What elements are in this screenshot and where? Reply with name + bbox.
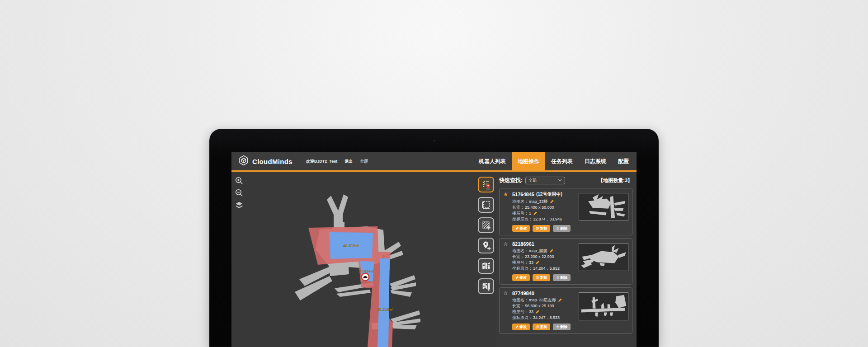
map-thumbnail[interactable] xyxy=(579,193,628,221)
laptop-bezel: CloudMinds 欢迎BJDT2_Test 退出 全屏 机器人列表 地图操作… xyxy=(209,129,659,347)
layers-button[interactable] xyxy=(235,201,244,210)
field-map-name: 地图名： map_33层走廊 xyxy=(512,297,585,303)
map-controls xyxy=(235,176,244,213)
trash-icon xyxy=(556,276,559,279)
map-toolbar xyxy=(476,172,496,347)
tab-log-system[interactable]: 日志系统 xyxy=(579,152,612,170)
field-size: 长宽： 25.400 x 50.000 xyxy=(512,205,585,211)
star-icon[interactable]: ★ xyxy=(503,192,510,197)
tab-task-list[interactable]: 任务列表 xyxy=(545,152,579,170)
map-upload-tool-button[interactable] xyxy=(478,278,494,294)
app-screen: CloudMinds 欢迎BJDT2_Test 退出 全屏 机器人列表 地图操作… xyxy=(231,152,637,347)
brand: CloudMinds xyxy=(238,155,292,168)
floor-map-canvas[interactable]: 40.519㎡ 8.614㎡ 80.215㎡ xyxy=(231,172,476,347)
top-navbar: CloudMinds 欢迎BJDT2_Test 退出 全屏 机器人列表 地图操作… xyxy=(231,152,637,172)
edit-name-icon[interactable] xyxy=(550,200,554,204)
delete-map-button[interactable]: 删除 xyxy=(553,274,571,281)
delete-map-button[interactable]: 删除 xyxy=(553,324,571,330)
add-point-tool-button[interactable] xyxy=(478,238,494,253)
no-entry-marker[interactable] xyxy=(362,273,369,281)
map-count-label: 【地图数量:3】 xyxy=(598,177,632,184)
zoom-out-button[interactable] xyxy=(235,188,244,197)
filter-dropdown[interactable]: 全部 xyxy=(525,177,565,184)
map-thumbnail[interactable] xyxy=(579,292,628,320)
edit-map-button[interactable]: 修改 xyxy=(512,225,530,232)
edit-map-button[interactable]: 修改 xyxy=(512,324,530,330)
field-floor: 楼层号： 33 xyxy=(512,260,585,266)
map-id: 87749840 xyxy=(512,291,534,296)
chevron-down-icon xyxy=(558,179,562,182)
field-floor: 楼层号： 33 xyxy=(512,309,585,315)
trash-icon xyxy=(556,227,559,230)
copy-map-button[interactable]: 复制 xyxy=(533,324,550,330)
star-icon[interactable]: ☆ xyxy=(503,291,510,296)
map-thumbnail-image xyxy=(579,193,628,220)
quick-search-label: 快速查找: xyxy=(499,177,523,184)
map-thumbnail[interactable] xyxy=(579,243,628,271)
field-origin: 坐标原点： 34.247，8.533 xyxy=(512,315,585,321)
poi-checklist-tool-button[interactable] xyxy=(478,177,494,192)
map-marker-tool-button[interactable] xyxy=(478,258,494,274)
tab-config[interactable]: 配置 xyxy=(612,152,635,170)
map-id: 82186961 xyxy=(512,241,534,247)
panel-header: 快速查找: 全部 【地图数量:3】 xyxy=(499,175,632,185)
map-id: 51764845 xyxy=(512,192,534,197)
copy-icon xyxy=(536,227,539,230)
delete-map-button[interactable]: 删除 xyxy=(553,225,571,232)
add-zone-tool-button[interactable] xyxy=(478,217,494,233)
trash-icon xyxy=(556,325,559,328)
area-label-2: 8.614㎡ xyxy=(360,269,375,273)
map-thumbnail-image xyxy=(579,293,628,320)
pencil-icon xyxy=(515,325,519,328)
edit-floor-icon[interactable] xyxy=(535,310,539,314)
field-floor: 楼层号： 1 xyxy=(512,211,585,216)
map-card-3[interactable]: ☆ 87749840 地图名： map_33层走廊 长宽： 56.600 x 2… xyxy=(499,287,632,334)
map-list-panel: 快速查找: 全部 【地图数量:3】 ★ 51764845 (12号使用中) xyxy=(496,172,637,347)
fullscreen-link[interactable]: 全屏 xyxy=(360,159,368,164)
webcam-dot xyxy=(433,140,435,142)
copy-icon xyxy=(536,325,539,328)
point-cloud-shapes xyxy=(295,194,420,329)
field-size: 长宽： 56.600 x 25.100 xyxy=(512,303,585,309)
logout-link[interactable]: 退出 xyxy=(344,159,353,164)
pencil-icon xyxy=(515,227,519,230)
field-origin: 坐标原点： 12.874，33.946 xyxy=(512,216,585,222)
field-map-name: 地图名： map_腿腿 xyxy=(512,248,585,254)
area-label-1: 40.519㎡ xyxy=(343,244,360,248)
measure-area-tool-button[interactable] xyxy=(478,197,494,213)
nav-tabs: 机器人列表 地图操作 任务列表 日志系统 配置 xyxy=(473,152,637,170)
copy-icon xyxy=(536,276,539,279)
copy-map-button[interactable]: 复制 xyxy=(533,274,550,281)
welcome-text: 欢迎BJDT2_Test xyxy=(306,159,337,164)
edit-name-icon[interactable] xyxy=(549,249,553,253)
map-thumbnail-image xyxy=(579,244,628,271)
filter-value: 全部 xyxy=(528,178,537,183)
field-origin: 坐标原点： 14.204，5.952 xyxy=(512,266,585,272)
map-card-1[interactable]: ★ 51764845 (12号使用中) 地图名： map_33楼 长宽： 25.… xyxy=(499,188,632,235)
tab-map-operation[interactable]: 地图操作 xyxy=(512,152,545,170)
cloudminds-logo-icon xyxy=(238,155,249,168)
brand-name: CloudMinds xyxy=(252,158,292,165)
zoom-in-button[interactable] xyxy=(235,176,244,185)
edit-map-button[interactable]: 修改 xyxy=(512,274,530,281)
area-label-3: 80.215㎡ xyxy=(377,307,394,312)
pencil-icon xyxy=(515,276,519,279)
map-in-use-badge: (12号使用中) xyxy=(536,191,562,197)
edit-floor-icon[interactable] xyxy=(535,261,539,265)
edit-floor-icon[interactable] xyxy=(533,211,537,216)
edit-name-icon[interactable] xyxy=(558,298,562,302)
field-size: 长宽： 23.200 x 22.900 xyxy=(512,254,585,260)
field-map-name: 地图名： map_33楼 xyxy=(512,199,585,205)
map-area: 40.519㎡ 8.614㎡ 80.215㎡ xyxy=(231,172,476,347)
map-card-2[interactable]: ☆ 82186961 地图名： map_腿腿 长宽： 23.200 x 22.9… xyxy=(499,238,632,285)
copy-map-button[interactable]: 复制 xyxy=(533,225,550,232)
star-icon[interactable]: ☆ xyxy=(503,241,510,247)
tab-robot-list[interactable]: 机器人列表 xyxy=(473,152,512,170)
